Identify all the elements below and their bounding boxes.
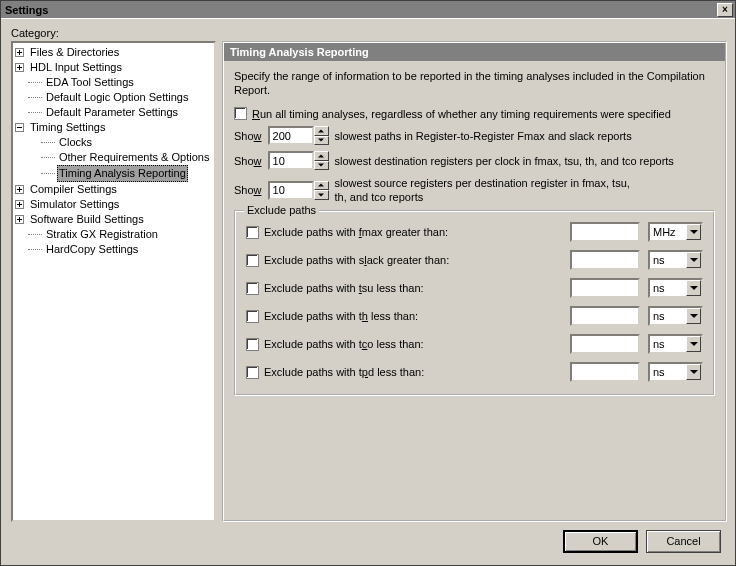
exclude-row: Exclude paths with tpd less than:ns [246,362,703,382]
exclude-unit-value: MHz [650,224,686,240]
exclude-checkbox[interactable] [246,226,259,239]
titlebar: Settings × [1,1,735,19]
show-source-registers-row: Show slowest source registers per destin… [234,176,715,204]
exclude-label: Exclude paths with tpd less than: [264,366,424,378]
exclude-label: Exclude paths with slack greater than: [264,254,449,266]
tree-eda-tool[interactable]: EDA Tool Settings [44,75,136,90]
expand-icon[interactable] [15,215,24,224]
expand-icon[interactable] [15,185,24,194]
show-slowest-paths-row: Show slowest paths in Register-to-Regist… [234,126,715,145]
exclude-unit-combo[interactable]: ns [648,278,703,298]
spin-up-icon[interactable] [314,151,329,161]
source-registers-spinner [268,181,329,200]
exclude-unit-value: ns [650,308,686,324]
exclude-unit-combo[interactable]: ns [648,250,703,270]
exclude-unit-value: ns [650,280,686,296]
exclude-row: Exclude paths with th less than:ns [246,306,703,326]
exclude-paths-title: Exclude paths [244,204,319,216]
slowest-paths-spinner [268,126,329,145]
exclude-unit-value: ns [650,364,686,380]
tree-timing-settings[interactable]: Timing Settings [28,120,107,135]
spin-up-icon[interactable] [314,126,329,136]
run-all-row: Run all timing analyses, regardless of w… [234,107,715,120]
spin-down-icon[interactable] [314,161,329,171]
run-all-label: Run all timing analyses, regardless of w… [252,108,671,120]
spin-down-icon[interactable] [314,136,329,146]
collapse-icon[interactable] [15,123,24,132]
category-label: Category: [11,27,727,39]
tree-files-directories[interactable]: Files & Directories [28,45,121,60]
window-title: Settings [3,4,717,16]
tree-clocks[interactable]: Clocks [57,135,94,150]
exclude-value-input[interactable] [570,306,640,326]
exclude-row: Exclude paths with tsu less than:ns [246,278,703,298]
tree-default-param[interactable]: Default Parameter Settings [44,105,180,120]
panel-description: Specify the range of information to be r… [234,69,715,97]
ok-button[interactable]: OK [563,530,638,553]
chevron-down-icon[interactable] [686,308,701,324]
slowest-paths-input[interactable] [268,126,314,145]
dest-registers-input[interactable] [268,151,314,170]
chevron-down-icon[interactable] [686,280,701,296]
exclude-value-input[interactable] [570,250,640,270]
exclude-row: Exclude paths with fmax greater than:MHz [246,222,703,242]
tree-timing-analysis-reporting[interactable]: Timing Analysis Reporting [57,165,188,182]
show-label: Show [234,130,262,142]
exclude-paths-group: Exclude paths Exclude paths with fmax gr… [234,210,715,396]
exclude-label: Exclude paths with tco less than: [264,338,424,350]
dialog-body: Category: Files & Directories HDL Input … [1,19,735,565]
exclude-checkbox[interactable] [246,310,259,323]
exclude-checkbox[interactable] [246,366,259,379]
tree-simulator[interactable]: Simulator Settings [28,197,121,212]
show-label: Show [234,184,262,196]
expand-icon[interactable] [15,48,24,57]
tree-stratix[interactable]: Stratix GX Registration [44,227,160,242]
exclude-row: Exclude paths with tco less than:ns [246,334,703,354]
exclude-label: Exclude paths with tsu less than: [264,282,424,294]
exclude-value-input[interactable] [570,362,640,382]
columns: Files & Directories HDL Input Settings E… [11,41,727,522]
spin-up-icon[interactable] [314,181,329,191]
exclude-label: Exclude paths with th less than: [264,310,418,322]
chevron-down-icon[interactable] [686,336,701,352]
chevron-down-icon[interactable] [686,364,701,380]
exclude-unit-value: ns [650,336,686,352]
settings-panel: Timing Analysis Reporting Specify the ra… [222,41,727,522]
category-tree[interactable]: Files & Directories HDL Input Settings E… [11,41,216,522]
exclude-unit-combo[interactable]: MHz [648,222,703,242]
exclude-checkbox[interactable] [246,338,259,351]
tree-compiler[interactable]: Compiler Settings [28,182,119,197]
tree-other-req[interactable]: Other Requirements & Options [57,150,211,165]
exclude-checkbox[interactable] [246,254,259,267]
exclude-value-input[interactable] [570,334,640,354]
close-button[interactable]: × [717,3,733,17]
run-all-checkbox[interactable] [234,107,247,120]
exclude-value-input[interactable] [570,222,640,242]
exclude-value-input[interactable] [570,278,640,298]
exclude-unit-value: ns [650,252,686,268]
cancel-button[interactable]: Cancel [646,530,721,553]
chevron-down-icon[interactable] [686,224,701,240]
expand-icon[interactable] [15,63,24,72]
tree-default-logic[interactable]: Default Logic Option Settings [44,90,190,105]
show-label: Show [234,155,262,167]
expand-icon[interactable] [15,200,24,209]
show-dest-registers-row: Show slowest destination registers per c… [234,151,715,170]
exclude-checkbox[interactable] [246,282,259,295]
source-registers-text: slowest source registers per destination… [335,176,635,204]
exclude-unit-combo[interactable]: ns [648,362,703,382]
tree-hdl-input[interactable]: HDL Input Settings [28,60,124,75]
dest-registers-spinner [268,151,329,170]
exclude-row: Exclude paths with slack greater than:ns [246,250,703,270]
dialog-buttons: OK Cancel [11,522,727,561]
exclude-label: Exclude paths with fmax greater than: [264,226,448,238]
tree-software-build[interactable]: Software Build Settings [28,212,146,227]
chevron-down-icon[interactable] [686,252,701,268]
exclude-unit-combo[interactable]: ns [648,334,703,354]
spin-down-icon[interactable] [314,190,329,200]
exclude-unit-combo[interactable]: ns [648,306,703,326]
tree-hardcopy[interactable]: HardCopy Settings [44,242,140,257]
slowest-paths-text: slowest paths in Register-to-Register Fm… [335,130,632,142]
source-registers-input[interactable] [268,181,314,200]
dest-registers-text: slowest destination registers per clock … [335,155,674,167]
